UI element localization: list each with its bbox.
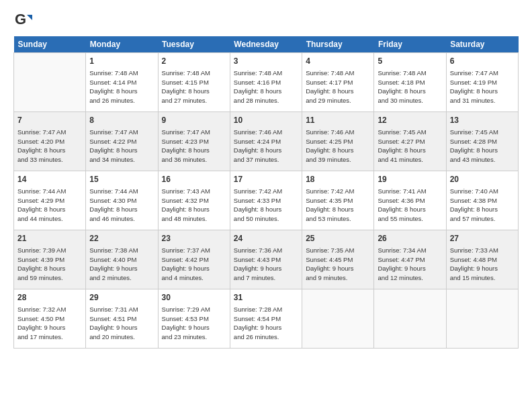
day-info: Sunrise: 7:47 AMSunset: 4:23 PMDaylight:… [162, 128, 226, 165]
day-info: Sunrise: 7:48 AMSunset: 4:15 PMDaylight:… [162, 68, 226, 105]
week-row-2: 7Sunrise: 7:47 AMSunset: 4:20 PMDaylight… [14, 112, 519, 171]
header: G [13, 11, 519, 30]
day-info: Sunrise: 7:47 AMSunset: 4:20 PMDaylight:… [17, 128, 82, 165]
calendar-page: G SundayMondayTuesdayWednesdayThursdayFr… [0, 0, 532, 411]
day-cell: 27Sunrise: 7:33 AMSunset: 4:48 PMDayligh… [446, 230, 518, 289]
day-info: Sunrise: 7:28 AMSunset: 4:54 PMDaylight:… [234, 305, 298, 342]
day-number: 24 [234, 233, 298, 244]
day-cell [446, 289, 518, 349]
day-info: Sunrise: 7:41 AMSunset: 4:36 PMDaylight:… [378, 187, 442, 224]
day-info: Sunrise: 7:39 AMSunset: 4:39 PMDaylight:… [17, 246, 82, 283]
day-info: Sunrise: 7:46 AMSunset: 4:25 PMDaylight:… [306, 128, 370, 165]
week-row-5: 28Sunrise: 7:32 AMSunset: 4:50 PMDayligh… [14, 289, 519, 349]
day-number: 9 [162, 115, 226, 126]
header-cell-tuesday: Tuesday [158, 36, 230, 53]
day-info: Sunrise: 7:45 AMSunset: 4:27 PMDaylight:… [378, 128, 442, 165]
day-number: 14 [17, 174, 82, 185]
day-cell: 26Sunrise: 7:34 AMSunset: 4:47 PMDayligh… [374, 230, 446, 289]
day-cell [14, 53, 86, 112]
day-cell: 11Sunrise: 7:46 AMSunset: 4:25 PMDayligh… [302, 112, 374, 171]
day-number: 21 [17, 233, 82, 244]
day-cell: 3Sunrise: 7:48 AMSunset: 4:16 PMDaylight… [230, 53, 302, 112]
day-cell: 22Sunrise: 7:38 AMSunset: 4:40 PMDayligh… [86, 230, 158, 289]
day-info: Sunrise: 7:47 AMSunset: 4:19 PMDaylight:… [450, 68, 515, 105]
day-cell [374, 289, 446, 349]
day-info: Sunrise: 7:31 AMSunset: 4:51 PMDaylight:… [89, 305, 154, 342]
logo-icon: G [13, 11, 32, 30]
day-cell: 2Sunrise: 7:48 AMSunset: 4:15 PMDaylight… [158, 53, 230, 112]
day-number: 18 [306, 174, 370, 185]
day-cell: 14Sunrise: 7:44 AMSunset: 4:29 PMDayligh… [14, 171, 86, 230]
svg-text:G: G [15, 11, 26, 28]
day-info: Sunrise: 7:42 AMSunset: 4:35 PMDaylight:… [306, 187, 370, 224]
day-cell [302, 289, 374, 349]
day-info: Sunrise: 7:43 AMSunset: 4:32 PMDaylight:… [162, 187, 226, 224]
day-number: 4 [306, 56, 370, 67]
day-cell: 24Sunrise: 7:36 AMSunset: 4:43 PMDayligh… [230, 230, 302, 289]
day-cell: 17Sunrise: 7:42 AMSunset: 4:33 PMDayligh… [230, 171, 302, 230]
day-number: 31 [234, 292, 298, 304]
header-cell-monday: Monday [86, 36, 158, 53]
day-cell: 13Sunrise: 7:45 AMSunset: 4:28 PMDayligh… [446, 112, 518, 171]
day-number: 16 [162, 174, 226, 185]
day-number: 19 [378, 174, 442, 185]
day-cell: 12Sunrise: 7:45 AMSunset: 4:27 PMDayligh… [374, 112, 446, 171]
day-cell: 10Sunrise: 7:46 AMSunset: 4:24 PMDayligh… [230, 112, 302, 171]
week-row-3: 14Sunrise: 7:44 AMSunset: 4:29 PMDayligh… [14, 171, 519, 230]
day-cell: 16Sunrise: 7:43 AMSunset: 4:32 PMDayligh… [158, 171, 230, 230]
day-info: Sunrise: 7:44 AMSunset: 4:29 PMDaylight:… [17, 187, 82, 224]
day-cell: 23Sunrise: 7:37 AMSunset: 4:42 PMDayligh… [158, 230, 230, 289]
svg-marker-1 [27, 15, 32, 20]
day-info: Sunrise: 7:48 AMSunset: 4:14 PMDaylight:… [89, 68, 154, 105]
day-info: Sunrise: 7:29 AMSunset: 4:53 PMDaylight:… [162, 305, 226, 342]
day-number: 29 [89, 292, 154, 304]
day-cell: 9Sunrise: 7:47 AMSunset: 4:23 PMDaylight… [158, 112, 230, 171]
day-number: 3 [234, 56, 298, 67]
day-number: 5 [378, 56, 442, 67]
logo: G [13, 11, 35, 30]
day-info: Sunrise: 7:46 AMSunset: 4:24 PMDaylight:… [234, 128, 298, 165]
day-cell: 6Sunrise: 7:47 AMSunset: 4:19 PMDaylight… [446, 53, 518, 112]
day-number: 10 [234, 115, 298, 126]
day-info: Sunrise: 7:40 AMSunset: 4:38 PMDaylight:… [450, 187, 515, 224]
day-cell: 20Sunrise: 7:40 AMSunset: 4:38 PMDayligh… [446, 171, 518, 230]
day-cell: 28Sunrise: 7:32 AMSunset: 4:50 PMDayligh… [14, 289, 86, 349]
week-row-1: 1Sunrise: 7:48 AMSunset: 4:14 PMDaylight… [14, 53, 519, 112]
day-number: 22 [89, 233, 154, 244]
week-row-4: 21Sunrise: 7:39 AMSunset: 4:39 PMDayligh… [14, 230, 519, 289]
day-cell: 25Sunrise: 7:35 AMSunset: 4:45 PMDayligh… [302, 230, 374, 289]
day-number: 13 [450, 115, 515, 126]
day-cell: 29Sunrise: 7:31 AMSunset: 4:51 PMDayligh… [86, 289, 158, 349]
day-cell: 1Sunrise: 7:48 AMSunset: 4:14 PMDaylight… [86, 53, 158, 112]
day-info: Sunrise: 7:34 AMSunset: 4:47 PMDaylight:… [378, 246, 442, 283]
day-number: 7 [17, 115, 82, 126]
day-cell: 18Sunrise: 7:42 AMSunset: 4:35 PMDayligh… [302, 171, 374, 230]
day-cell: 7Sunrise: 7:47 AMSunset: 4:20 PMDaylight… [14, 112, 86, 171]
day-info: Sunrise: 7:45 AMSunset: 4:28 PMDaylight:… [450, 128, 515, 165]
day-info: Sunrise: 7:48 AMSunset: 4:17 PMDaylight:… [306, 68, 370, 105]
day-number: 20 [450, 174, 515, 185]
day-number: 1 [89, 56, 154, 67]
day-number: 28 [17, 292, 82, 304]
day-info: Sunrise: 7:38 AMSunset: 4:40 PMDaylight:… [89, 246, 154, 283]
day-number: 27 [450, 233, 515, 244]
day-cell: 19Sunrise: 7:41 AMSunset: 4:36 PMDayligh… [374, 171, 446, 230]
day-info: Sunrise: 7:47 AMSunset: 4:22 PMDaylight:… [89, 128, 154, 165]
header-cell-sunday: Sunday [14, 36, 86, 53]
header-cell-wednesday: Wednesday [230, 36, 302, 53]
day-number: 23 [162, 233, 226, 244]
day-info: Sunrise: 7:48 AMSunset: 4:16 PMDaylight:… [234, 68, 298, 105]
header-cell-saturday: Saturday [446, 36, 518, 53]
day-number: 30 [162, 292, 226, 304]
day-number: 26 [378, 233, 442, 244]
day-number: 12 [378, 115, 442, 126]
day-number: 8 [89, 115, 154, 126]
header-row: SundayMondayTuesdayWednesdayThursdayFrid… [14, 36, 519, 53]
header-cell-thursday: Thursday [302, 36, 374, 53]
day-cell: 21Sunrise: 7:39 AMSunset: 4:39 PMDayligh… [14, 230, 86, 289]
day-info: Sunrise: 7:35 AMSunset: 4:45 PMDaylight:… [306, 246, 370, 283]
day-cell: 5Sunrise: 7:48 AMSunset: 4:18 PMDaylight… [374, 53, 446, 112]
day-cell: 31Sunrise: 7:28 AMSunset: 4:54 PMDayligh… [230, 289, 302, 349]
day-cell: 30Sunrise: 7:29 AMSunset: 4:53 PMDayligh… [158, 289, 230, 349]
day-info: Sunrise: 7:33 AMSunset: 4:48 PMDaylight:… [450, 246, 515, 283]
